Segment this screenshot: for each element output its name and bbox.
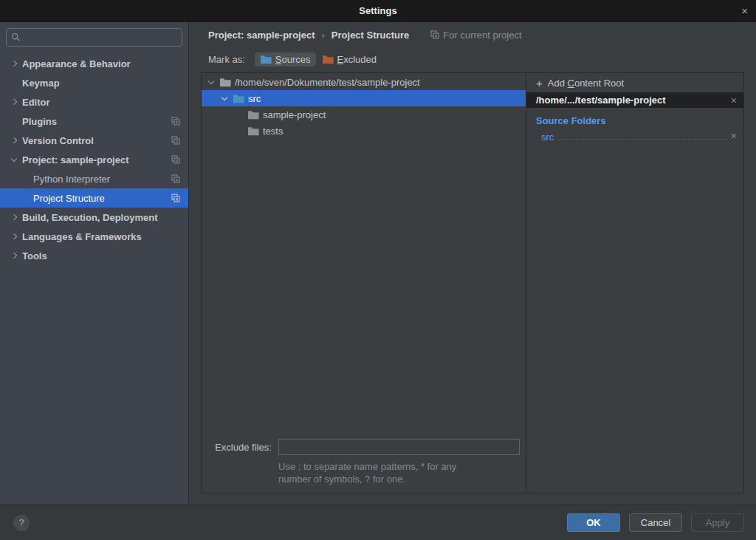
source-folder-icon	[260, 54, 272, 64]
search-icon	[11, 33, 21, 42]
chevron-right-icon[interactable]	[9, 253, 18, 258]
sidebar-item-tools[interactable]: Tools	[0, 246, 188, 265]
sidebar-item-plugins[interactable]: Plugins	[0, 112, 188, 131]
source-folder-row[interactable]: src ×	[541, 129, 737, 143]
help-button[interactable]: ?	[13, 515, 30, 531]
dotted-leader	[555, 139, 726, 140]
remove-content-root-icon[interactable]: ×	[731, 95, 737, 106]
source-folders-heading: Source Folders	[536, 115, 743, 126]
page-title: Project Structure	[331, 30, 409, 41]
exclude-files-hint: Use ; to separate name patterns, * for a…	[278, 460, 520, 485]
chevron-right-icon[interactable]	[9, 138, 18, 143]
sidebar-item-languages-frameworks[interactable]: Languages & Frameworks	[0, 227, 188, 246]
mark-as-excluded-button[interactable]: Excluded	[317, 52, 382, 66]
project-scope-icon	[171, 117, 180, 126]
remove-source-folder-icon[interactable]: ×	[731, 130, 737, 142]
exclude-files-input[interactable]	[278, 439, 520, 455]
project-scope-icon	[430, 30, 439, 39]
tree-row-sample-project[interactable]: sample-project	[202, 106, 526, 123]
settings-nav: Appearance & Behavior Keymap Editor Plug…	[0, 54, 188, 265]
dialog-footer: ? OK Cancel Apply	[0, 505, 756, 540]
scope-note: For current project	[430, 30, 521, 41]
sidebar-item-project-structure[interactable]: Project Structure	[0, 188, 188, 208]
content-root-row[interactable]: /home/.../test/sample-project ×	[526, 92, 743, 108]
sidebar-item-keymap[interactable]: Keymap	[0, 73, 188, 92]
tree-row-tests[interactable]: tests	[202, 123, 526, 139]
close-icon[interactable]: ×	[741, 0, 748, 22]
titlebar: Settings ×	[0, 0, 756, 22]
breadcrumb-project[interactable]: Project: sample-project	[208, 30, 315, 41]
content-root-path: /home/.../test/sample-project	[536, 95, 731, 106]
project-scope-icon	[171, 155, 180, 164]
source-folder-icon	[233, 93, 244, 103]
chevron-down-icon[interactable]	[220, 98, 229, 100]
folder-icon	[219, 77, 231, 87]
breadcrumb: Project: sample-project › Project Struct…	[190, 22, 756, 47]
chevron-right-icon[interactable]	[9, 61, 18, 66]
settings-search-input[interactable]	[6, 28, 182, 47]
sidebar-item-python-interpreter[interactable]: Python Interpreter	[0, 169, 188, 188]
add-content-root-button[interactable]: + Add Content Root	[526, 73, 743, 92]
content-roots-panel: + Add Content Root /home/.../test/sample…	[526, 73, 743, 493]
settings-sidebar: Appearance & Behavior Keymap Editor Plug…	[0, 22, 189, 505]
window-title: Settings	[0, 0, 756, 22]
project-structure-panels: /home/sven/Dokumente/test/sample-project…	[201, 72, 744, 493]
sidebar-item-editor[interactable]: Editor	[0, 92, 188, 112]
sidebar-item-appearance-behavior[interactable]: Appearance & Behavior	[0, 54, 188, 73]
mark-as-label: Mark as:	[208, 54, 245, 65]
ok-button[interactable]: OK	[567, 513, 620, 532]
mark-as-sources-button[interactable]: Sources	[255, 52, 316, 66]
project-scope-icon	[171, 174, 180, 183]
excluded-folder-icon	[322, 54, 334, 64]
settings-dialog: Settings × Appearance & Behavior Keymap …	[0, 0, 756, 540]
chevron-right-icon[interactable]	[9, 215, 18, 219]
plus-icon: +	[536, 77, 543, 89]
sidebar-item-version-control[interactable]: Version Control	[0, 131, 188, 150]
breadcrumb-separator: ›	[322, 30, 325, 41]
sidebar-item-build-execution-deployment[interactable]: Build, Execution, Deployment	[0, 208, 188, 227]
directory-tree: /home/sven/Dokumente/test/sample-project…	[202, 73, 526, 493]
chevron-right-icon[interactable]	[9, 234, 18, 239]
tree-row-content-root[interactable]: /home/sven/Dokumente/test/sample-project	[202, 74, 526, 90]
cancel-button[interactable]: Cancel	[629, 513, 682, 532]
source-folder-name: src	[541, 131, 554, 143]
project-scope-icon	[171, 136, 180, 145]
folder-icon	[247, 126, 259, 136]
sidebar-item-project-sample-project[interactable]: Project: sample-project	[0, 150, 188, 169]
apply-button: Apply	[691, 513, 744, 532]
chevron-right-icon[interactable]	[9, 100, 18, 104]
exclude-files-section: Exclude files: Use ; to separate name pa…	[202, 439, 520, 485]
chevron-down-icon[interactable]	[9, 159, 18, 161]
project-scope-icon	[171, 194, 180, 202]
chevron-down-icon[interactable]	[207, 81, 216, 83]
mark-as-toolbar: Mark as: Sources Excluded	[190, 47, 382, 71]
folder-icon	[247, 109, 259, 120]
tree-row-src[interactable]: src	[202, 90, 526, 106]
exclude-files-label: Exclude files:	[202, 442, 272, 453]
